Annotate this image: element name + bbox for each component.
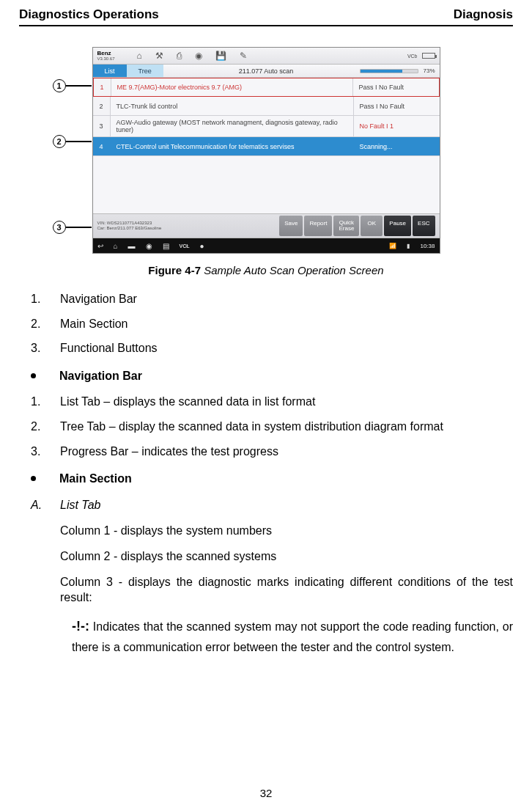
home-icon[interactable]: ⌂ — [137, 51, 142, 61]
toolbar-icons: ⌂ ⚒ ⎙ ◉ 💾 ✎ — [137, 51, 247, 61]
top-toolbar: Benz V3.30.67 ⌂ ⚒ ⎙ ◉ 💾 ✎ VCb — [93, 48, 440, 65]
apps-icon[interactable]: ▬ — [128, 242, 136, 250]
callout-legend-list: 1.Navigation Bar 2.Main Section 3.Functi… — [19, 291, 513, 356]
tab-tree[interactable]: Tree — [127, 65, 163, 77]
page-header: Diagnostics Operations Diagnosis — [19, 7, 513, 26]
battery-icon — [422, 53, 435, 59]
legend-1: Navigation Bar — [60, 293, 137, 305]
callout-1: 1 — [53, 79, 92, 92]
table-row[interactable]: 1 ME 9.7(AMG)-Motor electronics 9.7 (AMG… — [93, 78, 440, 97]
menu-icon[interactable]: ▤ — [163, 242, 169, 250]
wifi-icon: 📶 — [389, 243, 396, 249]
screenshot-frame: Benz V3.30.67 ⌂ ⚒ ⎙ ◉ 💾 ✎ VCb — [92, 47, 440, 254]
flag-description: -!-: Indicates that the scanned system m… — [72, 615, 513, 658]
help-icon[interactable]: ◉ — [195, 51, 202, 61]
table-row[interactable]: 3 AGW-Audio gateway (MOST network managm… — [93, 116, 440, 137]
legend-3: Functional Buttons — [60, 342, 158, 354]
pause-button[interactable]: Pause — [384, 216, 411, 236]
table-row[interactable]: 4 CTEL-Control unit Telecommunication fo… — [93, 137, 440, 156]
system-bar: ↩ ⌂ ▬ ◉ ▤ VCŁ ● 📶 ▮ 10:38 — [93, 238, 440, 253]
nav-item-1: List Tab – displays the scanned data in … — [60, 395, 315, 408]
ok-button[interactable]: OK — [361, 216, 383, 236]
brand-label: Benz V3.30.67 — [97, 51, 115, 61]
quick-erase-button[interactable]: Quick Erase — [333, 216, 359, 236]
save-icon[interactable]: 💾 — [215, 51, 226, 61]
vci-icon[interactable]: VCŁ — [180, 243, 190, 249]
header-left: Diagnostics Operations — [19, 7, 159, 22]
header-right: Diagnosis — [454, 7, 513, 22]
tab-list[interactable]: List — [93, 65, 127, 77]
section-heading-main: Main Section — [31, 471, 513, 487]
title-bar: List Tree 211.077 Auto scan 73% — [93, 65, 440, 78]
sub-section-a: A. List Tab — [31, 497, 513, 513]
table-row[interactable]: 2 TLC-Trunk lid control Pass I No Fault — [93, 97, 440, 116]
scan-list: 1 ME 9.7(AMG)-Motor electronics 9.7 (AMG… — [93, 78, 440, 213]
edit-icon[interactable]: ✎ — [240, 51, 247, 61]
nav-item-3: Progress Bar – indicates the test progre… — [60, 445, 278, 458]
section-heading-navigation: Navigation Bar — [31, 368, 513, 384]
figure-caption: Figure 4-7 Sample Auto Scan Operation Sc… — [19, 264, 513, 276]
esc-button[interactable]: ESC — [413, 216, 435, 236]
home-sys-icon[interactable]: ⌂ — [114, 242, 118, 250]
callout-2: 2 — [53, 135, 92, 148]
back-icon[interactable]: ↩ — [97, 242, 103, 250]
column-2-desc: Column 2 - displays the scanned systems — [60, 548, 513, 565]
vin-info: VIN: WDS2110771A432323 Car: Benz/211.077… — [97, 221, 162, 230]
navigation-list: 1.List Tab – displays the scanned data i… — [19, 394, 513, 459]
figure-container: 1 2 3 Benz V3.30.67 ⌂ ⚒ ⎙ ◉ 💾 ✎ VCb — [19, 47, 513, 254]
tool-icon[interactable]: ⚒ — [155, 51, 163, 61]
battery-sys-icon: ▮ — [407, 243, 410, 249]
progress-percent: 73% — [423, 67, 435, 74]
report-button[interactable]: Report — [304, 216, 332, 236]
page-number: 32 — [0, 787, 532, 799]
clock: 10:38 — [420, 243, 435, 249]
progress-bar — [360, 69, 418, 73]
callout-3: 3 — [53, 221, 92, 234]
info-bar: VIN: WDS2110771A432323 Car: Benz/211.077… — [93, 213, 440, 238]
circle-icon[interactable]: ● — [200, 242, 204, 250]
column-3-desc: Column 3 - displays the diagnostic marks… — [60, 574, 513, 606]
vcl-label: VCb — [407, 54, 418, 59]
camera-icon[interactable]: ◉ — [146, 242, 152, 250]
nav-item-2: Tree Tab – display the scanned data in s… — [60, 420, 443, 433]
save-button[interactable]: Save — [279, 216, 303, 236]
column-1-desc: Column 1 - displays the system numbers — [60, 523, 513, 539]
print-icon[interactable]: ⎙ — [177, 51, 182, 61]
legend-2: Main Section — [60, 318, 128, 330]
